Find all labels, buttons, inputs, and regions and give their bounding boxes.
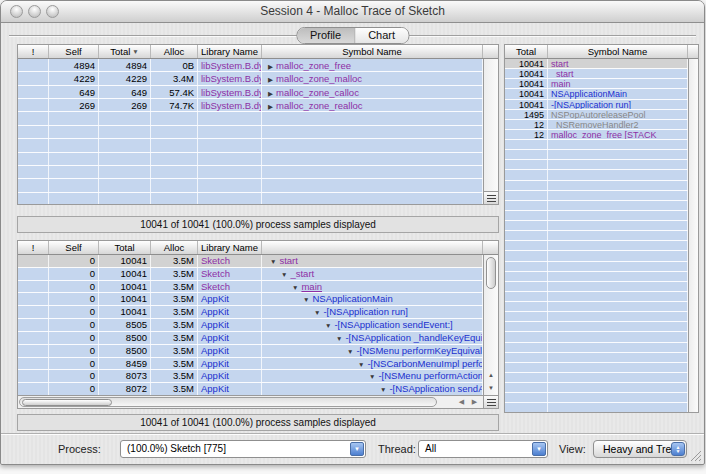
- table-row[interactable]: [505, 292, 688, 302]
- table-row[interactable]: [505, 160, 688, 170]
- table-row[interactable]: [18, 179, 483, 192]
- heavy-table-vertical-scrollbar[interactable]: [483, 59, 498, 204]
- scroll-right-arrow-icon[interactable]: ▶: [468, 396, 481, 408]
- table-row[interactable]: 26926974.7KlibSystem.B.dylib▶malloc_zone…: [18, 99, 483, 112]
- disclosure-expanded-icon[interactable]: ▼: [380, 386, 386, 393]
- table-row[interactable]: 0100413.5MSketch▼start: [18, 255, 483, 268]
- table-row[interactable]: 12malloc_zone_free [STACK: [505, 130, 688, 140]
- table-row[interactable]: [18, 126, 483, 139]
- close-button[interactable]: [10, 5, 23, 18]
- symbol-table-vertical-scrollbar[interactable]: [688, 59, 698, 412]
- column-header-symbol-name[interactable]: Symbol Name: [262, 45, 483, 58]
- disclosure-expanded-icon[interactable]: ▼: [303, 296, 309, 303]
- column-header-self[interactable]: Self: [49, 45, 99, 58]
- table-row[interactable]: [18, 112, 483, 125]
- table-row[interactable]: [505, 312, 688, 322]
- table-row[interactable]: [505, 363, 688, 373]
- table-row[interactable]: [505, 403, 688, 412]
- table-row[interactable]: 0100413.5MSketch▼main: [18, 281, 483, 294]
- tree-table-horizontal-scrollbar[interactable]: ◀ ▶: [18, 395, 483, 408]
- column-header-library-name[interactable]: Library Name: [198, 241, 262, 254]
- thread-select[interactable]: All ▼: [418, 440, 548, 458]
- table-row[interactable]: [505, 211, 688, 221]
- table-row[interactable]: 10041main: [505, 79, 688, 89]
- tree-table-vertical-scrollbar[interactable]: ▲ ▼: [483, 255, 498, 395]
- table-row[interactable]: [505, 353, 688, 363]
- table-row[interactable]: [505, 241, 688, 251]
- table-row[interactable]: [18, 166, 483, 179]
- table-row[interactable]: [505, 373, 688, 383]
- column-header-total[interactable]: Total▼: [99, 45, 151, 58]
- table-row[interactable]: 080733.5MAppKit▼-[NSMenu performActionFo…: [18, 370, 483, 383]
- tab-profile[interactable]: Profile: [297, 28, 355, 43]
- table-row[interactable]: 489448940BlibSystem.B.dylib▶malloc_zone_…: [18, 59, 483, 72]
- table-row[interactable]: [505, 221, 688, 231]
- title-bar[interactable]: Session 4 - Malloc Trace of Sketch: [1, 1, 704, 23]
- disclosure-expanded-icon[interactable]: ▼: [325, 322, 331, 329]
- table-row[interactable]: [505, 332, 688, 342]
- table-row[interactable]: [505, 302, 688, 312]
- table-row[interactable]: [505, 231, 688, 241]
- tab-chart[interactable]: Chart: [355, 28, 408, 43]
- table-row[interactable]: 64964957.4KlibSystem.B.dylib▶malloc_zone…: [18, 86, 483, 99]
- table-row[interactable]: [505, 150, 688, 160]
- table-row[interactable]: 12_NSRemoveHandler2: [505, 120, 688, 130]
- scroll-up-arrow-icon[interactable]: ▲: [484, 369, 498, 381]
- horizontal-scroll-thumb[interactable]: [22, 399, 112, 406]
- scroll-left-arrow-icon[interactable]: ◀: [455, 396, 468, 408]
- scroll-down-arrow-icon[interactable]: ▼: [484, 382, 498, 394]
- popup-button[interactable]: ▲ ▼: [671, 442, 685, 456]
- outline-toggle-button[interactable]: [484, 191, 498, 204]
- table-row[interactable]: 10041_start: [505, 69, 688, 79]
- column-header-self[interactable]: Self: [49, 241, 99, 254]
- table-row[interactable]: [18, 153, 483, 166]
- table-row[interactable]: 085053.5MAppKit▼-[NSApplication sendEven…: [18, 319, 483, 332]
- column-header-symbol-name[interactable]: Symbol Name: [548, 45, 688, 58]
- vertical-scroll-thumb[interactable]: [486, 257, 496, 289]
- table-row[interactable]: [505, 170, 688, 180]
- disclosure-expanded-icon[interactable]: ▼: [336, 335, 342, 342]
- column-header--[interactable]: !: [18, 45, 49, 58]
- table-row[interactable]: [505, 393, 688, 403]
- disclosure-expanded-icon[interactable]: ▼: [270, 258, 276, 265]
- table-row[interactable]: [505, 181, 688, 191]
- table-row[interactable]: [505, 322, 688, 332]
- resize-grip[interactable]: [690, 450, 701, 461]
- table-row[interactable]: [505, 272, 688, 282]
- table-row[interactable]: 10041start: [505, 59, 688, 69]
- disclosure-collapsed-icon[interactable]: ▶: [268, 90, 273, 97]
- table-row[interactable]: 0100413.5MSketch▼_start: [18, 268, 483, 281]
- table-row[interactable]: 085003.5MAppKit▼-[NSMenu performKeyEquiv…: [18, 345, 483, 358]
- table-row[interactable]: 0100413.5MAppKit▼NSApplicationMain: [18, 293, 483, 306]
- table-row[interactable]: 1495NSPopAutoreleasePool: [505, 110, 688, 120]
- table-row[interactable]: [505, 343, 688, 353]
- table-row[interactable]: [18, 193, 483, 204]
- minimize-button[interactable]: [28, 5, 41, 18]
- table-row[interactable]: 0100413.5MAppKit▼-[NSApplication run]: [18, 306, 483, 319]
- column-header-alloc[interactable]: Alloc: [151, 241, 198, 254]
- horizontal-scroll-track[interactable]: [19, 397, 437, 407]
- table-row[interactable]: [18, 139, 483, 152]
- table-row[interactable]: 085003.5MAppKit▼-[NSApplication _handleK…: [18, 332, 483, 345]
- dropdown-button[interactable]: ▼: [350, 442, 364, 456]
- disclosure-collapsed-icon[interactable]: ▶: [268, 103, 273, 110]
- table-row[interactable]: [505, 191, 688, 201]
- disclosure-expanded-icon[interactable]: ▼: [369, 373, 375, 380]
- disclosure-collapsed-icon[interactable]: ▶: [268, 76, 273, 83]
- table-row[interactable]: [505, 140, 688, 150]
- table-row[interactable]: 084593.5MAppKit▼-[NSCarbonMenuImpl perfo…: [18, 358, 483, 371]
- column-header-symbol[interactable]: [262, 241, 483, 254]
- table-row[interactable]: [505, 383, 688, 393]
- disclosure-collapsed-icon[interactable]: ▶: [268, 63, 273, 70]
- disclosure-expanded-icon[interactable]: ▼: [314, 309, 320, 316]
- process-select[interactable]: (100.0%) Sketch [775] ▼: [120, 440, 366, 458]
- column-header-alloc[interactable]: Alloc: [151, 45, 198, 58]
- column-header-library-name[interactable]: Library Name: [198, 45, 262, 58]
- disclosure-expanded-icon[interactable]: ▼: [358, 361, 364, 368]
- column-header--[interactable]: !: [18, 241, 49, 254]
- table-row[interactable]: 10041NSApplicationMain: [505, 89, 688, 99]
- table-row[interactable]: 080723.5MAppKit▼-[NSApplication sendActi…: [18, 383, 483, 395]
- table-row[interactable]: [505, 201, 688, 211]
- table-row[interactable]: [505, 262, 688, 272]
- disclosure-expanded-icon[interactable]: ▼: [292, 284, 298, 291]
